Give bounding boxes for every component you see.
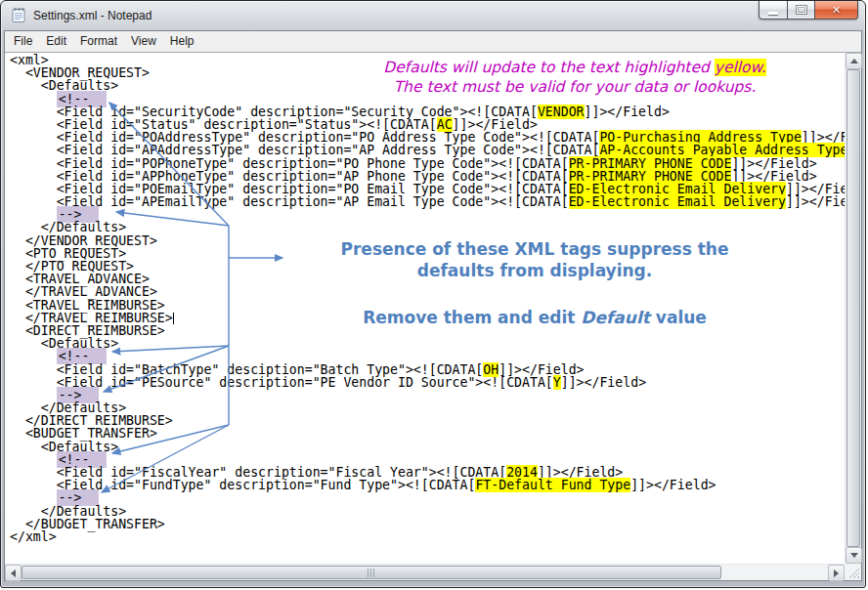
menu-view[interactable]: View bbox=[124, 31, 163, 51]
scroll-left-button[interactable] bbox=[5, 565, 22, 581]
editor: <xml> <VENDOR_REQUEST> <Defaults> <!-- <… bbox=[5, 52, 861, 580]
notepad-window: Settings.xml - Notepad ✕ FileEditFormatV… bbox=[0, 0, 866, 588]
scroll-right-button[interactable] bbox=[828, 565, 845, 581]
client-area: FileEditFormatViewHelp <xml> <VENDOR_REQ… bbox=[4, 30, 862, 581]
annotation-top-highlight: yellow. bbox=[715, 59, 766, 76]
maximize-icon bbox=[797, 6, 806, 14]
code-line: --> bbox=[10, 208, 845, 221]
code-text: ]]></Field> bbox=[561, 375, 646, 390]
notepad-icon bbox=[11, 7, 27, 23]
menu-format[interactable]: Format bbox=[73, 31, 124, 51]
horizontal-scrollbar[interactable] bbox=[5, 564, 845, 580]
resize-grip[interactable] bbox=[845, 564, 861, 580]
menu-file[interactable]: File bbox=[7, 31, 39, 51]
annotation-top: Defaults will update to the text highlig… bbox=[368, 58, 782, 97]
scroll-down-button[interactable] bbox=[846, 547, 862, 564]
menu-bar: FileEditFormatViewHelp bbox=[5, 31, 861, 51]
annotation-top-line2: The text must be valid for your data or … bbox=[368, 77, 782, 97]
code-line: <BUDGET_TRANSFER> bbox=[10, 427, 845, 440]
code-line: <Field id="PESource" description="PE Ven… bbox=[10, 376, 845, 389]
scroll-down-icon bbox=[850, 553, 858, 558]
code-text: ]]></Field> bbox=[585, 105, 670, 119]
window-title: Settings.xml - Notepad bbox=[33, 9, 152, 22]
yellow-highlight: Y bbox=[553, 375, 561, 390]
scroll-up-icon bbox=[850, 59, 858, 63]
text-area[interactable]: <xml> <VENDOR_REQUEST> <Defaults> <!-- <… bbox=[5, 53, 845, 564]
minimize-icon bbox=[768, 12, 778, 15]
code-line: <Defaults> bbox=[10, 441, 845, 453]
scroll-grip-icon bbox=[368, 569, 375, 577]
code-line: --> bbox=[10, 389, 845, 401]
minimize-button[interactable] bbox=[759, 1, 787, 20]
vertical-scroll-thumb[interactable] bbox=[846, 69, 860, 547]
text-caret bbox=[173, 313, 174, 324]
vertical-scrollbar[interactable] bbox=[845, 53, 861, 564]
code-line: </xml> bbox=[10, 530, 845, 543]
title-bar[interactable]: Settings.xml - Notepad ✕ bbox=[1, 1, 865, 30]
close-button[interactable]: ✕ bbox=[815, 1, 858, 20]
code-line: <Defaults> bbox=[10, 337, 845, 350]
code-text: </xml> bbox=[10, 529, 57, 544]
menu-help[interactable]: Help bbox=[163, 31, 201, 51]
yellow-highlight: ED-Electronic Email Delivery bbox=[569, 194, 786, 209]
annotation-middle: Presence of these XML tags suppress the … bbox=[304, 238, 765, 328]
annotation-top-line1: Defaults will update to the text highlig… bbox=[368, 58, 782, 77]
scroll-right-icon bbox=[834, 569, 839, 577]
code-line: <Field id="FundType" description="Fund T… bbox=[10, 479, 845, 491]
code-line: <Field id="APEmailType" description="AP … bbox=[10, 195, 845, 208]
code-line: --> bbox=[10, 491, 845, 504]
code-line: </BUDGET_TRANSFER> bbox=[10, 518, 845, 530]
close-icon: ✕ bbox=[832, 5, 841, 16]
window-controls: ✕ bbox=[759, 1, 858, 20]
annotation-middle-para2: Remove them and edit Default value bbox=[304, 307, 765, 328]
code-text: ]]></Field> bbox=[630, 478, 716, 492]
horizontal-scroll-thumb[interactable] bbox=[22, 566, 721, 579]
scroll-up-button[interactable] bbox=[846, 53, 862, 69]
menu-edit[interactable]: Edit bbox=[39, 31, 73, 51]
scroll-left-icon bbox=[11, 569, 16, 577]
yellow-highlight: VENDOR bbox=[538, 105, 585, 119]
annotation-middle-para1: Presence of these XML tags suppress the … bbox=[304, 238, 765, 281]
code-text: ]]></Field> bbox=[786, 194, 845, 209]
yellow-highlight: FT-Default Fund Type bbox=[475, 478, 630, 492]
maximize-button[interactable] bbox=[787, 1, 815, 20]
